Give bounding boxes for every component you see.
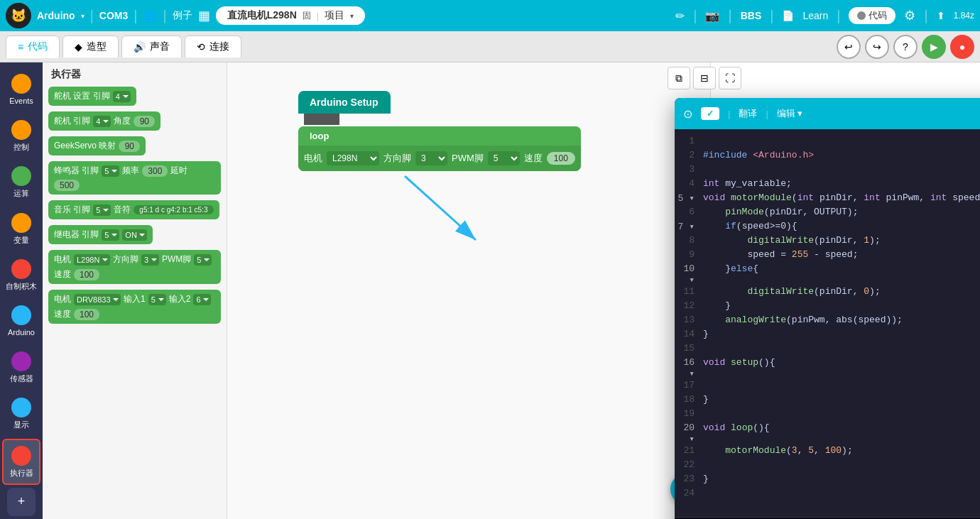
sidebar-item-arduino[interactable]: Arduino: [2, 300, 40, 343]
code-button[interactable]: 代码: [849, 7, 895, 24]
restore-button[interactable]: ⧉: [668, 67, 690, 89]
ln4: 4: [675, 177, 700, 192]
com-label[interactable]: COM3: [99, 10, 128, 21]
ln7: 7 ▾: [675, 220, 700, 234]
operators-dot: [11, 166, 31, 186]
geekservo-block[interactable]: GeekServo 映射 90: [48, 136, 146, 155]
relay-state-select[interactable]: ON: [122, 229, 147, 241]
control-dot: [11, 120, 31, 140]
tab-sound[interactable]: 🔊 声音: [121, 35, 182, 58]
sidebar-item-display[interactable]: 显示: [2, 392, 40, 435]
code-line-12: 12 }: [675, 300, 980, 314]
bbs-label[interactable]: BBS: [741, 10, 762, 21]
sidebar-item-events[interactable]: Events: [2, 68, 40, 111]
tab-shape-label: 造型: [87, 40, 107, 53]
undo-button[interactable]: ↩: [837, 35, 861, 59]
learn-label[interactable]: Learn: [802, 10, 828, 21]
loop-pwm-label: PWM脚: [452, 152, 484, 165]
motor-drv-in1-select[interactable]: 5: [148, 294, 166, 305]
camera-icon[interactable]: 📷: [705, 9, 719, 23]
music-block[interactable]: 音乐 引脚 5 音符 g5:1 d c g4:2 b:1 c5:3: [48, 200, 219, 219]
sidebar-bottom: +: [7, 488, 36, 516]
relay-block[interactable]: 继电器 引脚 5 ON: [48, 225, 153, 244]
servo-angle-block[interactable]: 舵机 引脚 4 角度 90: [48, 111, 160, 131]
split-button[interactable]: ⊟: [693, 67, 716, 89]
arduino-label[interactable]: Arduino: [37, 10, 75, 21]
sidebar-label-control: 控制: [13, 143, 29, 152]
servo-pin-select[interactable]: 4: [113, 91, 131, 102]
servo-angle-value: 90: [134, 116, 155, 127]
sidebar-item-control[interactable]: 控制: [2, 114, 40, 158]
sidebar-item-variables[interactable]: 变量: [2, 207, 40, 251]
redo-button[interactable]: ↪: [865, 35, 889, 59]
tab-connect[interactable]: ⟲ 连接: [185, 35, 241, 58]
stop-icon: ●: [959, 41, 965, 53]
loop-block-group: loop 电机 L298N 方向脚 3 PWM脚 5 速度 100: [298, 126, 581, 173]
block-geekservo: GeekServo 映射 90: [48, 136, 221, 155]
sidebar-add-button[interactable]: +: [7, 488, 36, 516]
sidebar-label-actuator: 执行器: [10, 469, 33, 478]
editor-check-button[interactable]: ✓: [701, 107, 719, 120]
tab-code-icon: ≡: [18, 41, 23, 53]
buzzer-delay: 500: [54, 180, 80, 191]
arduino-dropdown[interactable]: ▾: [81, 12, 85, 20]
tab-shape[interactable]: ◆ 造型: [62, 35, 119, 58]
music-pin-select[interactable]: 5: [93, 204, 111, 216]
motor-l298n-pwm-select[interactable]: 5: [194, 254, 212, 266]
editor-translate[interactable]: 翻译: [739, 107, 757, 120]
motor-drv-block[interactable]: 电机 DRV8833 输入1 5 输入2 6 速度 100: [48, 290, 221, 324]
update-label[interactable]: 1.84z: [954, 11, 974, 21]
stop-button[interactable]: ●: [950, 35, 974, 59]
loop-dir-select[interactable]: 3: [415, 151, 447, 165]
project-name: 直流电机L298N: [227, 9, 297, 22]
fullscreen-button[interactable]: ⛶: [719, 67, 741, 89]
code-content[interactable]: 1 2 #include <Arduino.h> 3: [675, 129, 980, 517]
loop-motor-select[interactable]: L298N: [327, 151, 379, 165]
servo-angle-pin-select[interactable]: 4: [93, 116, 111, 127]
motor-drv-in2-select[interactable]: 6: [193, 294, 211, 305]
pencil-icon[interactable]: ✏: [675, 9, 685, 23]
code-label: 代码: [869, 9, 887, 22]
servo-pin-label: 舵机 设置 引脚: [54, 90, 110, 102]
ln1: 1: [675, 135, 700, 149]
setup-block[interactable]: Arduino Setup: [298, 91, 391, 114]
project-selector[interactable]: 直流电机L298N 固 | 项目 ▾: [216, 6, 365, 25]
sidebar-item-sensors[interactable]: 传感器: [2, 346, 40, 389]
check-icon: ✓: [707, 109, 714, 119]
blocks-icon[interactable]: ▦: [198, 8, 210, 23]
music-label1: 音乐 引脚: [54, 204, 90, 216]
canvas-area[interactable]: Arduino Setup loop 电机 L298N 方向脚 3 PWM脚 5…: [227, 62, 980, 519]
ln3: 3: [675, 163, 700, 177]
relay-pin-select[interactable]: 5: [102, 229, 119, 241]
buzzer-label2: 频率: [122, 165, 139, 177]
help-button[interactable]: ?: [893, 35, 918, 59]
buzzer-block[interactable]: 蜂鸣器 引脚 5 频率 300 延时 500: [48, 161, 221, 195]
sidebar-item-actuator[interactable]: 执行器: [2, 439, 40, 485]
loop-block[interactable]: loop 电机 L298N 方向脚 3 PWM脚 5 速度 100: [298, 126, 581, 171]
motor-l298n-select[interactable]: L298N: [74, 254, 110, 266]
globe-icon[interactable]: 🌐: [143, 9, 158, 23]
loop-pwm-select[interactable]: 5: [488, 151, 520, 165]
code-line-21: 21 motorModule(3, 5, 100);: [675, 444, 980, 459]
sidebar-label-display: 显示: [13, 420, 29, 430]
lc20: void loop(){: [700, 422, 980, 444]
lc24: [700, 487, 980, 501]
gear-icon[interactable]: ⚙: [904, 8, 915, 23]
editor-edit-menu[interactable]: 编辑 ▾: [777, 107, 803, 120]
motor-l298n-block[interactable]: 电机 L298N 方向脚 3 PWM脚 5 速度 100: [48, 250, 221, 284]
ln13: 13: [675, 314, 700, 328]
logo[interactable]: 🐱: [6, 3, 31, 28]
sidebar-item-operators[interactable]: 运算: [2, 160, 40, 204]
buzzer-pin-select[interactable]: 5: [102, 165, 119, 177]
separator4: |: [693, 8, 697, 24]
tab-code[interactable]: ≡ 代码: [6, 35, 60, 58]
motor-drv-label3: 输入2: [169, 293, 191, 305]
play-button[interactable]: ▶: [922, 35, 946, 59]
motor-l298n-dir-select[interactable]: 3: [141, 254, 159, 266]
motor-drv-select[interactable]: DRV8833: [74, 294, 121, 305]
sidebar-item-custom[interactable]: 自制积木: [2, 253, 40, 297]
code-line-2: 2 #include <Arduino.h>: [675, 149, 980, 163]
tab-code-label: 代码: [28, 40, 48, 53]
examples-label[interactable]: 例子: [173, 9, 192, 22]
servo-pin-block[interactable]: 舵机 设置 引脚 4: [48, 87, 136, 106]
